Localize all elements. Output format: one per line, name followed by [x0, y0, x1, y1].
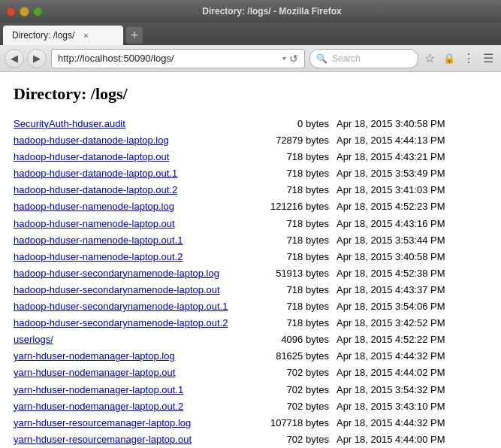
table-row: hadoop-hduser-secondarynamenode-laptop.o… — [14, 315, 487, 331]
table-row: userlogs/4096 bytesApr 18, 2015 4:52:22 … — [14, 331, 487, 348]
file-date: Apr 18, 2015 4:44:13 PM — [337, 132, 445, 149]
new-tab-button[interactable]: + — [126, 27, 143, 44]
url-dropdown-icon[interactable]: ▾ — [282, 54, 286, 62]
file-link[interactable]: yarn-hduser-nodemanager-laptop.log — [14, 348, 254, 365]
table-row: hadoop-hduser-namenode-laptop.out718 byt… — [14, 216, 487, 232]
file-link[interactable]: hadoop-hduser-namenode-laptop.out.1 — [14, 232, 254, 249]
file-link[interactable]: yarn-hduser-nodemanager-laptop.out.1 — [14, 382, 254, 398]
overflow-button[interactable]: ⋮ — [460, 49, 477, 68]
file-size: 81625 bytes — [254, 348, 329, 365]
maximize-button[interactable] — [33, 7, 43, 17]
file-link[interactable]: hadoop-hduser-datanode-laptop.out — [14, 149, 254, 165]
titlebar: Directory: /logs/ - Mozilla Firefox — [0, 0, 501, 23]
file-size: 4096 bytes — [254, 331, 329, 348]
file-date: Apr 18, 2015 4:44:32 PM — [337, 415, 445, 431]
file-size: 718 bytes — [254, 282, 329, 298]
file-date: Apr 18, 2015 4:52:23 PM — [337, 198, 445, 215]
file-link[interactable]: hadoop-hduser-namenode-laptop.out — [14, 216, 254, 232]
close-button[interactable] — [6, 7, 16, 17]
table-row: yarn-hduser-nodemanager-laptop.out702 by… — [14, 365, 487, 381]
file-link[interactable]: SecurityAuth-hduser.audit — [14, 116, 254, 132]
minimize-button[interactable] — [20, 7, 29, 17]
reload-button[interactable]: ↺ — [289, 53, 298, 65]
table-row: hadoop-hduser-datanode-laptop.out.1718 b… — [14, 165, 487, 182]
file-size: 702 bytes — [254, 398, 329, 415]
bookmark-button[interactable]: ☆ — [421, 49, 438, 68]
forward-button[interactable]: ▶ — [27, 49, 47, 68]
file-link[interactable]: hadoop-hduser-secondarynamenode-laptop.l… — [14, 265, 254, 282]
file-link[interactable]: hadoop-hduser-secondarynamenode-laptop.o… — [14, 315, 254, 331]
file-link[interactable]: hadoop-hduser-datanode-laptop.out.1 — [14, 165, 254, 182]
file-date: Apr 18, 2015 3:53:49 PM — [337, 165, 445, 182]
table-row: yarn-hduser-nodemanager-laptop.out.2702 … — [14, 398, 487, 415]
file-size: 718 bytes — [254, 182, 329, 198]
table-row: hadoop-hduser-namenode-laptop.out.1718 b… — [14, 232, 487, 249]
file-size: 718 bytes — [254, 232, 329, 249]
table-row: SecurityAuth-hduser.audit0 bytesApr 18, … — [14, 116, 487, 132]
table-row: hadoop-hduser-namenode-laptop.out.2718 b… — [14, 249, 487, 265]
table-row: hadoop-hduser-datanode-laptop.out718 byt… — [14, 149, 487, 165]
active-tab[interactable]: Directory: /logs/ × — [3, 26, 123, 45]
file-date: Apr 18, 2015 3:53:44 PM — [337, 232, 445, 249]
file-link[interactable]: hadoop-hduser-secondarynamenode-laptop.o… — [14, 298, 254, 315]
window-title: Directory: /logs/ - Mozilla Firefox — [49, 6, 495, 17]
search-bar[interactable]: 🔍 Search — [309, 49, 418, 68]
file-size: 718 bytes — [254, 249, 329, 265]
table-row: yarn-hduser-nodemanager-laptop.log81625 … — [14, 348, 487, 365]
file-link[interactable]: yarn-hduser-nodemanager-laptop.out.2 — [14, 398, 254, 415]
file-date: Apr 18, 2015 4:43:21 PM — [337, 149, 445, 165]
file-date: Apr 18, 2015 4:43:16 PM — [337, 216, 445, 232]
tab-close-button[interactable]: × — [80, 30, 91, 41]
reader-button[interactable]: 🔒 — [441, 49, 457, 68]
file-link[interactable]: yarn-hduser-resourcemanager-laptop.log — [14, 415, 254, 431]
url-text: http://localhost:50090/logs/ — [58, 53, 279, 64]
file-size: 107718 bytes — [254, 415, 329, 431]
file-list: SecurityAuth-hduser.audit0 bytesApr 18, … — [14, 116, 487, 448]
file-size: 718 bytes — [254, 165, 329, 182]
file-size: 702 bytes — [254, 431, 329, 448]
table-row: hadoop-hduser-secondarynamenode-laptop.o… — [14, 282, 487, 298]
tab-label: Directory: /logs/ — [12, 30, 74, 41]
file-date: Apr 18, 2015 4:44:02 PM — [337, 365, 445, 381]
file-link[interactable]: userlogs/ — [14, 331, 254, 348]
file-date: Apr 18, 2015 3:54:06 PM — [337, 298, 445, 315]
table-row: hadoop-hduser-namenode-laptop.log121216 … — [14, 198, 487, 215]
table-row: hadoop-hduser-secondarynamenode-laptop.l… — [14, 265, 487, 282]
table-row: yarn-hduser-resourcemanager-laptop.log10… — [14, 415, 487, 431]
file-date: Apr 18, 2015 3:41:03 PM — [337, 182, 445, 198]
navbar: ◀ ▶ http://localhost:50090/logs/ ▾ ↺ 🔍 S… — [0, 45, 501, 72]
file-date: Apr 18, 2015 4:44:00 PM — [337, 431, 445, 448]
file-date: Apr 18, 2015 3:40:58 PM — [337, 249, 445, 265]
back-button[interactable]: ◀ — [5, 49, 24, 68]
table-row: hadoop-hduser-datanode-laptop.log72879 b… — [14, 132, 487, 149]
file-date: Apr 18, 2015 3:42:52 PM — [337, 315, 445, 331]
table-row: hadoop-hduser-secondarynamenode-laptop.o… — [14, 298, 487, 315]
table-row: yarn-hduser-resourcemanager-laptop.out70… — [14, 431, 487, 448]
window-controls — [6, 7, 43, 17]
page-content: Directory: /logs/ SecurityAuth-hduser.au… — [0, 72, 501, 448]
menu-button[interactable]: ☰ — [480, 49, 496, 68]
page-title: Directory: /logs/ — [14, 84, 487, 104]
file-link[interactable]: yarn-hduser-resourcemanager-laptop.out — [14, 431, 254, 448]
file-size: 121216 bytes — [254, 198, 329, 215]
file-date: Apr 18, 2015 4:52:22 PM — [337, 331, 445, 348]
file-link[interactable]: yarn-hduser-nodemanager-laptop.out — [14, 365, 254, 381]
file-link[interactable]: hadoop-hduser-secondarynamenode-laptop.o… — [14, 282, 254, 298]
file-date: Apr 18, 2015 3:43:10 PM — [337, 398, 445, 415]
search-placeholder: Search — [332, 53, 361, 64]
file-link[interactable]: hadoop-hduser-namenode-laptop.log — [14, 198, 254, 215]
file-size: 718 bytes — [254, 298, 329, 315]
file-link[interactable]: hadoop-hduser-datanode-laptop.log — [14, 132, 254, 149]
file-size: 72879 bytes — [254, 132, 329, 149]
file-size: 718 bytes — [254, 315, 329, 331]
file-link[interactable]: hadoop-hduser-namenode-laptop.out.2 — [14, 249, 254, 265]
file-size: 0 bytes — [254, 116, 329, 132]
file-size: 718 bytes — [254, 149, 329, 165]
url-bar[interactable]: http://localhost:50090/logs/ ▾ ↺ — [51, 49, 305, 68]
file-date: Apr 18, 2015 4:44:32 PM — [337, 348, 445, 365]
file-link[interactable]: hadoop-hduser-datanode-laptop.out.2 — [14, 182, 254, 198]
file-date: Apr 18, 2015 3:54:32 PM — [337, 382, 445, 398]
file-size: 702 bytes — [254, 382, 329, 398]
tabbar: Directory: /logs/ × + — [0, 23, 501, 45]
table-row: yarn-hduser-nodemanager-laptop.out.1702 … — [14, 382, 487, 398]
